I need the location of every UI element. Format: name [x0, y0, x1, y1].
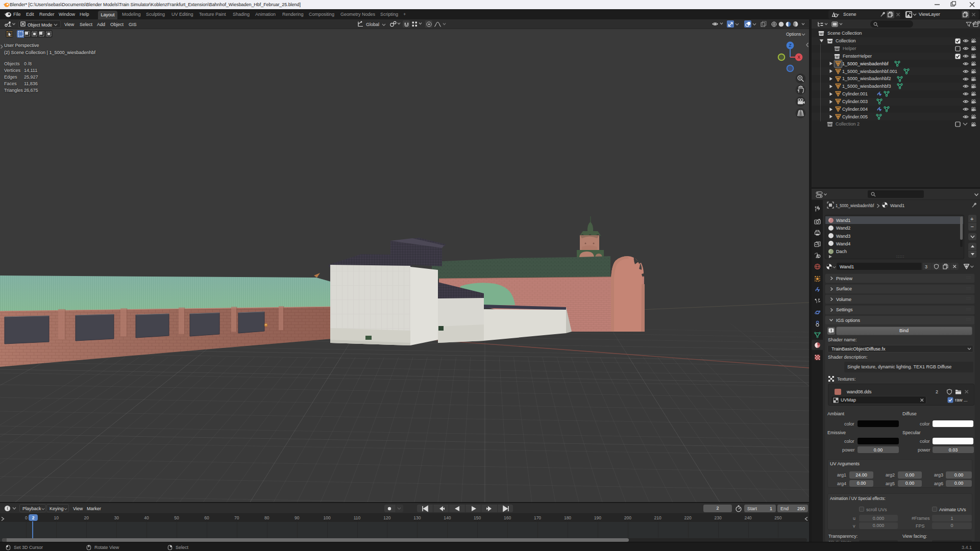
- svg-text:Z: Z: [789, 43, 791, 48]
- svg-text:X: X: [797, 55, 800, 60]
